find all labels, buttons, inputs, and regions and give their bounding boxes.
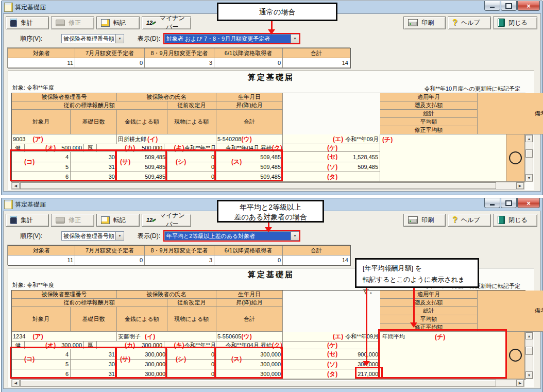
base-days-cell: 30: [71, 152, 117, 162]
scroll-up-button[interactable]: ▲: [525, 332, 533, 339]
horizontal-scrollbar[interactable]: ◀ ▶: [11, 182, 524, 190]
month-row[interactable]: 5 30 300,000 0 300,000 (ソ)300,000: [12, 360, 380, 369]
update-note: 令和**年10月度への更新時に転記予定: [424, 282, 520, 290]
close-button[interactable]: ×: [517, 1, 540, 11]
scroll-down-button[interactable]: ▼: [525, 371, 533, 379]
summary-header: 対象者: [8, 246, 75, 255]
dropdown-arrow-icon[interactable]: ▾: [291, 232, 299, 240]
col-header: 適用年月: [380, 93, 478, 101]
vertical-scrollbar[interactable]: ▲ ▼: [525, 134, 533, 182]
total-amount-cell: 509,485: [216, 162, 283, 172]
window-controls: ×: [484, 198, 540, 208]
print-button[interactable]: 印刷: [403, 214, 446, 227]
col-header: 金銭による額: [117, 110, 167, 134]
report-grid: 被保険者整理番号 被保険者の氏名 生年月日 従前の標準報酬月額 従前改定月 昇(…: [11, 93, 534, 182]
close-button[interactable]: ×: [517, 198, 540, 208]
col-header: 生年月日: [216, 291, 283, 299]
maximize-button[interactable]: [501, 198, 517, 208]
help-button[interactable]: ?ヘルプ: [448, 16, 491, 29]
vertical-scrollbar[interactable]: ▲ ▼: [525, 332, 533, 379]
order-select[interactable]: 被保険者整理番号順▾: [61, 231, 124, 241]
aggregate-button[interactable]: 集計: [6, 214, 49, 227]
transcribe-button[interactable]: 転記: [96, 214, 140, 227]
scroll-right-button[interactable]: ▶: [516, 380, 524, 386]
report-grid: 被保険者整理番号 被保険者の氏名 生年月日 従前の標準報酬月額 従前改定月 昇(…: [11, 290, 534, 380]
vertical-scroll-thumb[interactable]: [525, 347, 533, 355]
scroll-left-button[interactable]: ◀: [12, 380, 20, 386]
close-window-button[interactable]: 閉じる: [493, 214, 537, 227]
minimize-button[interactable]: [484, 198, 500, 208]
display-select[interactable]: 年平均と2等級以上差のある対象者▾: [164, 231, 299, 241]
summary-header: 7月月額変更予定者: [75, 48, 145, 58]
close-icon: ×: [527, 200, 531, 207]
maximize-button[interactable]: [501, 1, 517, 11]
display-select[interactable]: 対象者 および 7・8・9月月額変更予定者▾: [164, 34, 299, 43]
minimize-button[interactable]: [484, 1, 500, 11]
col-header: 修正平均額: [380, 126, 478, 134]
modify-button[interactable]: 修正: [51, 214, 94, 227]
summary-header-row: 対象者 7月月額変更予定者 8・9月月額変更予定者 6/1以降資格取得者 合計: [8, 48, 350, 58]
pension-amount-cell: (カ)500,000: [97, 144, 164, 152]
horizontal-scrollbar[interactable]: ◀ ▶: [11, 379, 524, 387]
app-icon: [4, 200, 13, 209]
summary-table: 対象者 7月月額変更予定者 8・9月月額変更予定者 6/1以降資格取得者 合計 …: [8, 48, 351, 69]
report-target: 対象: 令和**年度: [12, 281, 54, 289]
cash-amount-cell: 509,485: [117, 152, 167, 162]
order-select[interactable]: 被保険者整理番号順▾: [61, 34, 124, 43]
scroll-down-button[interactable]: ▼: [525, 174, 533, 181]
dropdown-arrow-icon[interactable]: ▾: [115, 232, 124, 240]
month-row[interactable]: 6 31 300,000 0 300,000 (タ)217,000: [12, 369, 380, 379]
modify-button[interactable]: 修正: [51, 16, 94, 29]
horizontal-scroll-thumb[interactable]: [20, 182, 496, 189]
health-tag-cell: 健: [12, 342, 25, 349]
print-button[interactable]: 印刷: [403, 16, 446, 29]
close-window-button[interactable]: 閉じる: [493, 16, 537, 29]
previous-amount-row[interactable]: 健 (オ)300,000 厚 (カ)300,000 (キ)令和**年**月 令和…: [12, 342, 380, 349]
target-month-cell: 4: [12, 349, 71, 360]
col-header: 対象月: [12, 307, 71, 332]
prev-revision-cell: (キ)令和**年**月: [164, 144, 216, 152]
help-icon: ?: [452, 19, 457, 27]
dropdown-arrow-icon[interactable]: ▾: [291, 35, 299, 43]
summary-value: 3: [145, 255, 214, 265]
identity-row[interactable]: 9003(ア) 田所耕太郎(イ) 5-540208(ウ) (エ)令和**年09月: [12, 134, 380, 144]
col-header-remarks: 備考: [478, 93, 543, 134]
titlebar[interactable]: 算定基礎届 ×: [3, 1, 541, 13]
month-row[interactable]: 4 30 509,485 0 509,485 (セ)1,528,455: [12, 152, 380, 162]
identity-row[interactable]: 1234(ア) 安藤明子(イ) 5-550605(ウ) (エ)令和**年09月: [12, 332, 380, 342]
col-header-remarks: 備考: [478, 291, 543, 332]
col-header: 対象月: [12, 110, 71, 134]
scroll-left-button[interactable]: ◀: [12, 182, 20, 189]
printer-light: [410, 23, 411, 25]
titlebar[interactable]: 算定基礎届 ×: [3, 198, 541, 211]
help-button[interactable]: ?ヘルプ: [448, 214, 491, 227]
revision-cell: [506, 332, 525, 379]
col-header: 被保険者整理番号: [12, 291, 117, 299]
mynumber-button[interactable]: 12マイナンバー: [142, 214, 191, 227]
scroll-up-button[interactable]: ▲: [525, 135, 533, 142]
transfer-icon: [101, 216, 110, 224]
prev-revision-cell: (キ)令和**年**月: [164, 342, 216, 349]
vertical-scroll-thumb[interactable]: [525, 149, 533, 158]
screenshot-stage: 算定基礎届 × 集計 修正 転記 12マイナンバー 印刷 ?ヘルプ 閉じる 順序…: [0, 0, 543, 392]
target-month-cell: 4: [12, 152, 71, 162]
month-row[interactable]: 4 31 300,000 0 300,000 (セ)900,000: [12, 349, 380, 360]
dropdown-arrow-icon[interactable]: ▾: [115, 35, 124, 43]
summary-header: 8・9月月額変更予定者: [145, 48, 214, 58]
col-header: 昇(降)給月: [216, 299, 283, 307]
horizontal-scroll-thumb[interactable]: [20, 380, 496, 386]
filter-row: 順序(V): 被保険者整理番号順▾ 表示(D): 対象者 および 7・8・9月月…: [4, 33, 299, 44]
month-row[interactable]: 5 31 509,485 0 509,485 (ソ)509,485: [12, 162, 380, 172]
inkind-amount-cell: 0: [167, 152, 216, 162]
previous-amount-row[interactable]: 健 (オ)500,000 厚 (カ)500,000 (キ)令和**年**月 令和…: [12, 144, 380, 152]
grid-frame: 被保険者整理番号 被保険者の氏名 生年月日 従前の標準報酬月額 従前改定月 昇(…: [11, 93, 525, 182]
aggregate-button[interactable]: 集計: [6, 16, 49, 29]
summary-value: 0: [75, 58, 145, 68]
remarks-cell: 年間平均(チ): [380, 332, 506, 379]
summary-header: 対象者: [8, 48, 75, 58]
mynumber-button[interactable]: 12マイナンバー: [142, 16, 191, 29]
transcribe-button[interactable]: 転記: [96, 16, 140, 29]
scroll-right-button[interactable]: ▶: [516, 182, 524, 189]
summary-value: 11: [8, 58, 75, 68]
month-row[interactable]: 6 30 509,485 0 509,485 (タ): [12, 172, 380, 182]
